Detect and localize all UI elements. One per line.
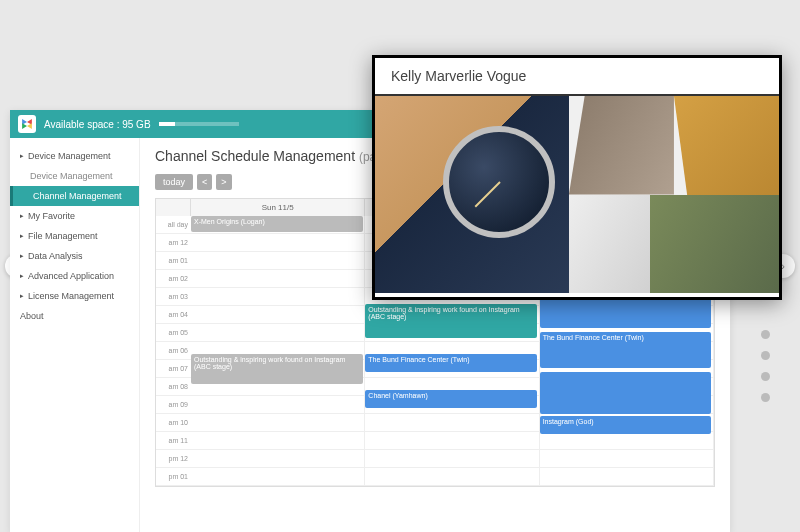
calendar-time-label: am 02: [156, 270, 191, 288]
sidebar-item-label: My Favorite: [28, 211, 75, 221]
sidebar-item[interactable]: Device Management: [10, 166, 139, 186]
collage-tile: [569, 96, 674, 195]
pager-dot[interactable]: [761, 393, 770, 402]
calendar-event[interactable]: [540, 372, 712, 414]
chevron-right-icon: ▸: [20, 152, 24, 160]
sidebar-item-label: Device Management: [30, 171, 113, 181]
preview-title: Kelly Marverlie Vogue: [375, 58, 779, 96]
space-usage-bar: [159, 122, 239, 126]
sidebar-item-label: Data Analysis: [28, 251, 83, 261]
chevron-right-icon: ▸: [20, 212, 24, 220]
calendar-event[interactable]: Outstanding & inspiring work found on In…: [365, 304, 537, 338]
sidebar-item-label: Advanced Application: [28, 271, 114, 281]
calendar-time-label: am 06: [156, 342, 191, 360]
sidebar-item-label: About: [20, 311, 44, 321]
calendar-column[interactable]: [191, 216, 365, 486]
sidebar-item-label: License Management: [28, 291, 114, 301]
chevron-right-icon: ▸: [20, 292, 24, 300]
preview-collage: [375, 96, 779, 293]
calendar-event[interactable]: X-Men Origins (Logan): [191, 216, 363, 232]
pager-dots: [761, 330, 770, 402]
sidebar-item[interactable]: ▸License Management: [10, 286, 139, 306]
calendar-time-label: am 12: [156, 234, 191, 252]
calendar-day-header: Sun 11/5: [191, 199, 365, 216]
sidebar-item[interactable]: ▸File Management: [10, 226, 139, 246]
collage-tile: [650, 195, 779, 294]
sidebar-item[interactable]: ▸Data Analysis: [10, 246, 139, 266]
pager-dot[interactable]: [761, 372, 770, 381]
sidebar: ▸Device ManagementDevice ManagementChann…: [10, 138, 140, 532]
sidebar-item[interactable]: ▸Advanced Application: [10, 266, 139, 286]
sidebar-item-label: File Management: [28, 231, 98, 241]
calendar-time-label: pm 12: [156, 450, 191, 468]
sidebar-item[interactable]: About: [10, 306, 139, 326]
next-button[interactable]: >: [216, 174, 231, 190]
sidebar-item[interactable]: ▸My Favorite: [10, 206, 139, 226]
calendar-time-label: am 09: [156, 396, 191, 414]
collage-tile-watch: [375, 96, 569, 293]
calendar-time-label: am 08: [156, 378, 191, 396]
prev-button[interactable]: <: [197, 174, 212, 190]
calendar-event[interactable]: The Bund Finance Center (Twin): [540, 332, 712, 368]
calendar-time-label: am 10: [156, 414, 191, 432]
preview-display: Kelly Marverlie Vogue: [372, 55, 782, 300]
calendar-time-label: am 03: [156, 288, 191, 306]
pager-dot[interactable]: [761, 330, 770, 339]
sidebar-item-label: Device Management: [28, 151, 111, 161]
calendar-time-label: am 01: [156, 252, 191, 270]
calendar-time-label: am 04: [156, 306, 191, 324]
chevron-right-icon: ▸: [20, 232, 24, 240]
calendar-time-label: all day: [156, 216, 191, 234]
sidebar-item[interactable]: Channel Management: [10, 186, 139, 206]
calendar-time-label: am 11: [156, 432, 191, 450]
today-button[interactable]: today: [155, 174, 193, 190]
calendar-event[interactable]: Outstanding & inspiring work found on In…: [191, 354, 363, 384]
calendar-time-label: am 05: [156, 324, 191, 342]
calendar-time-label: pm 01: [156, 468, 191, 486]
app-logo-icon: [18, 115, 36, 133]
calendar-event[interactable]: Instagram (God): [540, 416, 712, 434]
calendar-time-label: am 07: [156, 360, 191, 378]
chevron-right-icon: ▸: [20, 272, 24, 280]
calendar-event[interactable]: The Bund Finance Center (Twin): [365, 354, 537, 372]
space-label: Available space : 95 GB: [44, 119, 151, 130]
chevron-right-icon: ▸: [20, 252, 24, 260]
sidebar-item-label: Channel Management: [33, 191, 122, 201]
sidebar-item[interactable]: ▸Device Management: [10, 146, 139, 166]
pager-dot[interactable]: [761, 351, 770, 360]
calendar-event[interactable]: Chanel (Yamhawn): [365, 390, 537, 408]
